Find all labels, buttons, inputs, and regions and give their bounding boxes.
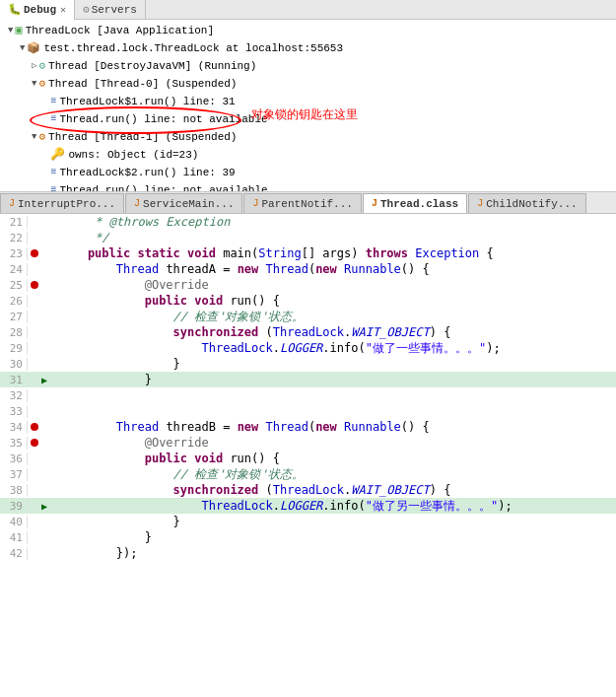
main-layout: 🐛 Debug ✕ ⚙ Servers ▼ ▣ ThreadLock [Java… <box>0 0 616 697</box>
code-line: 42 }); <box>0 545 616 561</box>
tree-item-label: test.thread.lock.ThreadLock at localhost… <box>43 40 343 56</box>
code-line: 35 @Override <box>0 435 616 451</box>
tree-item-label: Thread [DestroyJavaVM] (Running) <box>48 58 256 74</box>
tree-row[interactable]: 🔑 owns: Object (id=23) <box>4 146 612 164</box>
code-line-highlighted: 39 ▶ ThreadLock.LOGGER.info("做了另一些事情。。。"… <box>0 498 616 514</box>
expand-arrow <box>43 182 48 192</box>
server-icon: ⚙ <box>83 3 90 16</box>
tree-item-label: ThreadLock$2.run() line: 39 <box>59 165 235 180</box>
tree-item-label: ThreadLock$1.run() line: 31 <box>59 94 235 109</box>
line-number: 29 <box>0 342 28 355</box>
line-number: 22 <box>0 232 28 244</box>
line-number: 24 <box>0 263 28 276</box>
tab-thread-class[interactable]: J Thread.class <box>363 193 467 213</box>
code-line: 23 public static void main(String[] args… <box>0 245 616 261</box>
java-icon: J <box>9 198 15 209</box>
tree-item-label: Thread [Thread-0] (Suspended) <box>48 76 237 92</box>
code-line: 33 <box>0 403 616 419</box>
expand-arrow: ▼ <box>32 129 36 145</box>
tab-label: Thread.class <box>380 198 458 210</box>
tree-row[interactable]: ≡ ThreadLock$1.run() line: 31 <box>4 93 612 110</box>
stack-icon: ≡ <box>50 165 56 180</box>
line-number: 33 <box>0 405 28 418</box>
tree-row[interactable]: ▼ ⚙ Thread [Thread-0] (Suspended) <box>4 75 612 93</box>
line-number: 32 <box>0 389 28 402</box>
code-content: // 检查'对象锁'状态。 <box>55 309 304 325</box>
thread-suspended-icon: ⚙ <box>38 76 45 92</box>
bp-area <box>28 249 41 257</box>
code-content: @Override <box>55 436 209 450</box>
line-number: 34 <box>0 421 28 434</box>
line-number: 21 <box>0 216 28 229</box>
line-number: 25 <box>0 279 28 292</box>
stack-icon: ≡ <box>50 182 56 192</box>
expand-arrow <box>43 147 48 163</box>
code-line: 25 @Override <box>0 277 616 293</box>
code-content: */ <box>55 231 109 244</box>
debug-tab[interactable]: 🐛 Debug ✕ <box>0 0 75 20</box>
tree-row[interactable]: ▼ ▣ ThreadLock [Java Application] <box>4 22 612 39</box>
line-number: 26 <box>0 295 28 308</box>
code-content: public static void main(String[] args) t… <box>55 246 494 260</box>
code-line: 32 <box>0 387 616 403</box>
tab-label: ChildNotify... <box>486 198 577 210</box>
tree-item-label: Thread [Thread-1] (Suspended) <box>48 129 237 145</box>
tree-item-label: owns: Object (id=23) <box>68 147 198 163</box>
code-line: 21 * @throws Exception <box>0 214 616 230</box>
tab-service-main[interactable]: J ServiceMain... <box>125 193 242 213</box>
tree-row[interactable]: ≡ Thread.run() line: not available <box>4 181 612 192</box>
tab-parent-notif[interactable]: J ParentNotif... <box>243 193 361 213</box>
tree-row[interactable]: ≡ Thread.run() line: not available <box>4 110 612 128</box>
stack-icon: ≡ <box>50 111 56 127</box>
tab-interrupt-pro[interactable]: J InterruptPro... <box>0 193 124 213</box>
expand-arrow: ▷ <box>32 58 36 74</box>
line-number: 39 <box>0 500 28 513</box>
code-content: ThreadLock.LOGGER.info("做了一些事情。。。"); <box>55 340 501 357</box>
code-line: 22 */ <box>0 230 616 245</box>
code-line: 24 Thread threadA = new Thread(new Runna… <box>0 261 616 277</box>
code-content: synchronized (ThreadLock.WAIT_OBJECT) { <box>55 483 450 497</box>
code-line: 27 // 检查'对象锁'状态。 <box>0 309 616 324</box>
bp-area <box>28 439 41 447</box>
tree-item-label: Thread.run() line: not available <box>59 182 267 192</box>
line-number: 35 <box>0 437 28 450</box>
code-content: } <box>55 515 180 528</box>
code-content: // 检查'对象锁'状态。 <box>55 466 304 483</box>
code-content: } <box>55 373 152 386</box>
tree-row[interactable]: ≡ ThreadLock$2.run() line: 39 <box>4 164 612 181</box>
expand-arrow <box>43 111 48 127</box>
tree-row[interactable]: ▼ ⚙ Thread [Thread-1] (Suspended) <box>4 128 612 146</box>
code-line: 37 // 检查'对象锁'状态。 <box>0 466 616 482</box>
breakpoint <box>31 249 38 257</box>
line-number: 27 <box>0 311 28 323</box>
code-content: @Override <box>55 278 209 292</box>
line-number: 37 <box>0 468 28 481</box>
tree-row[interactable]: ▼ 📦 test.thread.lock.ThreadLock at local… <box>4 39 612 57</box>
code-line-highlighted: 31 ▶ } <box>0 372 616 387</box>
tab-child-notify[interactable]: J ChildNotify... <box>468 193 585 213</box>
tree-item-label: Thread.run() line: not available <box>59 111 267 127</box>
code-line: 26 public void run() { <box>0 293 616 309</box>
servers-tab-label: Servers <box>92 4 137 16</box>
code-content: } <box>55 357 180 371</box>
debug-tab-close[interactable]: ✕ <box>60 4 66 16</box>
line-number: 30 <box>0 358 28 371</box>
code-content: * @throws Exception <box>55 215 230 229</box>
servers-tab[interactable]: ⚙ Servers <box>75 0 146 20</box>
code-line: 28 synchronized (ThreadLock.WAIT_OBJECT)… <box>0 324 616 340</box>
code-line: 34 Thread threadB = new Thread(new Runna… <box>0 419 616 435</box>
expand-arrow: ▼ <box>32 76 36 92</box>
debug-tab-label: Debug <box>24 4 56 16</box>
code-editor[interactable]: 21 * @throws Exception 22 */ 23 public s… <box>0 214 616 697</box>
tab-label: InterruptPro... <box>18 198 115 210</box>
tree-row[interactable]: ▷ ⚙ Thread [DestroyJavaVM] (Running) <box>4 57 612 75</box>
code-line: 38 synchronized (ThreadLock.WAIT_OBJECT)… <box>0 482 616 498</box>
code-content: Thread threadB = new Thread(new Runnable… <box>55 420 430 434</box>
code-line: 30 } <box>0 356 616 372</box>
tree-item-label: ThreadLock [Java Application] <box>26 23 214 38</box>
breakpoint <box>31 281 38 289</box>
tab-label: ParentNotif... <box>262 198 353 210</box>
breakpoint <box>31 439 38 447</box>
tab-label: ServiceMain... <box>143 198 234 210</box>
line-number: 38 <box>0 484 28 497</box>
